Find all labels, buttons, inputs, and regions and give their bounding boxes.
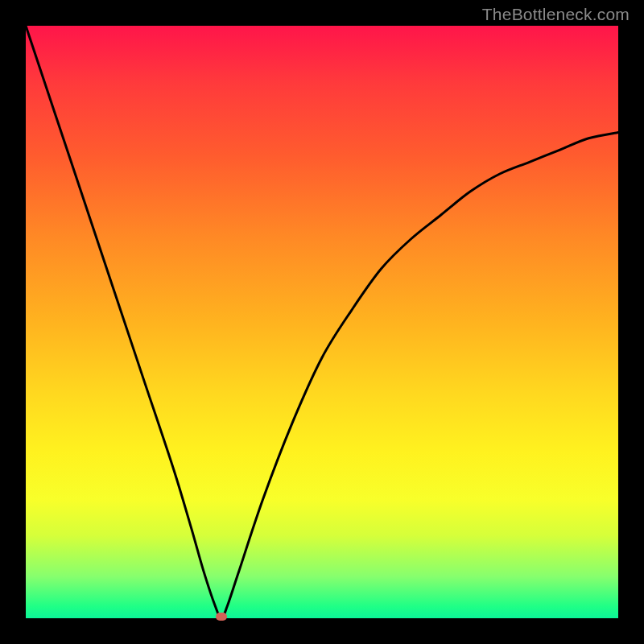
plot-area	[26, 26, 618, 618]
minimum-marker	[216, 613, 227, 621]
chart-stage: TheBottleneck.com	[0, 0, 644, 644]
watermark-text: TheBottleneck.com	[482, 5, 630, 24]
curve-svg	[26, 26, 618, 618]
bottleneck-curve	[26, 26, 618, 618]
